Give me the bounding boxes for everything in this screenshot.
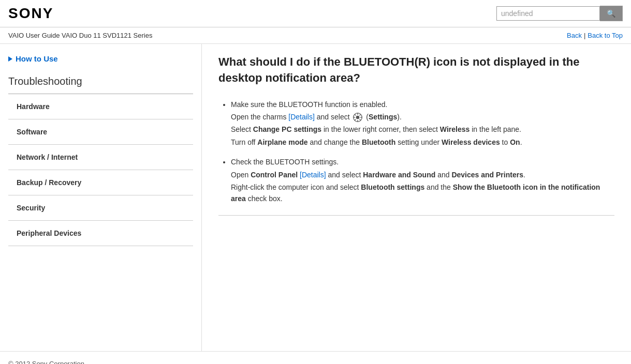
content-area: What should I do if the BLUETOOTH(R) ico… xyxy=(202,44,631,351)
sidebar-item-backup-recovery[interactable]: Backup / Recovery xyxy=(8,170,193,195)
settings-label: Settings xyxy=(369,113,397,121)
bullet2-intro: Check the BLUETOOTH settings. xyxy=(231,156,614,168)
how-to-use-link[interactable]: How to Use xyxy=(8,54,193,63)
list-item: Make sure the BLUETOOTH function is enab… xyxy=(231,99,614,148)
sidebar-item-peripheral-devices[interactable]: Peripheral Devices xyxy=(8,221,193,246)
troubleshooting-title: Troubleshooting xyxy=(8,75,193,89)
breadcrumb-separator: | xyxy=(584,32,585,39)
bullet1-intro: Make sure the BLUETOOTH function is enab… xyxy=(231,99,614,110)
breadcrumb-bar: VAIO User Guide VAIO Duo 11 SVD1121 Seri… xyxy=(0,27,631,44)
settings-icon xyxy=(353,112,363,123)
sidebar-item-hardware[interactable]: Hardware xyxy=(8,94,193,119)
bullet2-line2: Right-click the computer icon and select… xyxy=(231,181,614,205)
how-to-use-label: How to Use xyxy=(16,54,58,63)
chevron-right-icon xyxy=(8,56,12,62)
details-link-control-panel[interactable]: [Details] xyxy=(300,171,326,179)
bullet1-line3: Turn off Airplane mode and change the Bl… xyxy=(231,136,614,148)
svg-point-1 xyxy=(356,116,360,119)
main-container: How to Use Troubleshooting Hardware Soft… xyxy=(0,44,631,351)
copyright: © 2012 Sony Corporation xyxy=(8,360,84,364)
svg-line-8 xyxy=(360,114,361,115)
content-divider xyxy=(218,215,614,216)
guide-title: VAIO User Guide VAIO Duo 11 SVD1121 Seri… xyxy=(8,32,152,39)
search-icon: 🔍 xyxy=(607,9,615,18)
bullet1-line1: Open the charms [Details] and select ( xyxy=(231,111,614,123)
list-item: Check the BLUETOOTH settings. Open Contr… xyxy=(231,156,614,205)
details-link-charms[interactable]: [Details] xyxy=(288,113,315,121)
search-button[interactable]: 🔍 xyxy=(600,6,623,21)
back-to-top-link[interactable]: Back to Top xyxy=(588,32,623,39)
content-list: Make sure the BLUETOOTH function is enab… xyxy=(218,99,614,205)
svg-line-9 xyxy=(355,119,356,120)
back-link[interactable]: Back xyxy=(567,32,582,39)
header: SONY 🔍 xyxy=(0,0,631,27)
search-area: 🔍 xyxy=(496,6,623,21)
sidebar-item-network-internet[interactable]: Network / Internet xyxy=(8,145,193,170)
bullet1-line2: Select Change PC settings in the lower r… xyxy=(231,124,614,135)
search-input[interactable] xyxy=(496,6,600,21)
sidebar-item-software[interactable]: Software xyxy=(8,119,193,145)
bullet2-line1: Open Control Panel [Details] and select … xyxy=(231,169,614,180)
svg-line-7 xyxy=(360,119,361,120)
page-title: What should I do if the BLUETOOTH(R) ico… xyxy=(218,54,614,86)
breadcrumb-links: Back | Back to Top xyxy=(567,32,623,39)
sidebar: How to Use Troubleshooting Hardware Soft… xyxy=(0,44,202,351)
sidebar-item-security[interactable]: Security xyxy=(8,195,193,221)
footer: © 2012 Sony Corporation xyxy=(0,351,631,364)
sony-logo: SONY xyxy=(8,5,53,22)
svg-line-6 xyxy=(355,114,356,115)
